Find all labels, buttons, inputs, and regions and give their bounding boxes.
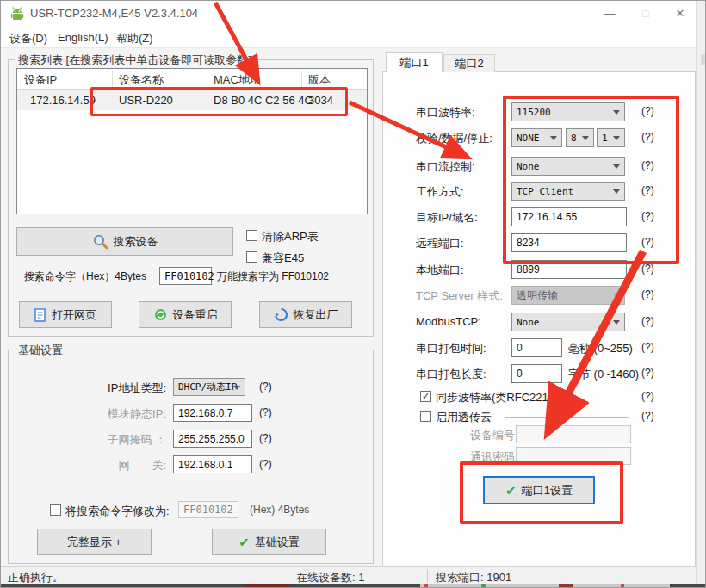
column-divider (112, 71, 113, 87)
parity-select[interactable]: NONE (511, 128, 562, 147)
help-icon[interactable]: (?) (641, 288, 654, 300)
help-icon[interactable]: (?) (641, 184, 654, 196)
tab-port1[interactable]: 端口1 (386, 52, 443, 72)
device-id-input[interactable] (516, 425, 631, 443)
port1-apply-button[interactable]: ✔ 端口1设置 (483, 476, 595, 504)
clear-arp-label: 清除ARP表 (262, 229, 319, 244)
menu-english[interactable]: English(L) (54, 29, 112, 46)
full-display-button[interactable]: 完整显示 + (37, 529, 152, 555)
help-icon[interactable]: (?) (641, 390, 654, 402)
col-mac[interactable]: MAC地址 (214, 72, 261, 88)
help-icon[interactable]: (?) (641, 410, 654, 422)
cloud-checkbox[interactable] (420, 411, 431, 422)
chevron-down-icon (613, 136, 620, 140)
port1-apply-label: 端口1设置 (522, 483, 573, 498)
work-mode-select[interactable]: TCP Client (511, 182, 625, 201)
background-window-fragment (701, 54, 706, 65)
compat-e45-checkbox[interactable] (246, 251, 257, 263)
factory-reset-label: 恢复出厂 (294, 307, 338, 323)
check-icon: ✔ (238, 535, 250, 550)
chevron-down-icon (613, 189, 620, 194)
baud-rate-select[interactable]: 115200 (511, 102, 625, 121)
modify-cmd-input[interactable]: FF010102 (178, 501, 238, 518)
clear-arp-checkbox[interactable] (246, 230, 257, 241)
help-icon[interactable]: (?) (641, 159, 654, 171)
background-fragment (621, 584, 624, 588)
help-icon[interactable]: (?) (641, 236, 654, 248)
background-fragment (245, 584, 289, 588)
tcp-server-style-value: 透明传输 (517, 288, 558, 303)
pack-time-label: 串口打包时间: (416, 341, 486, 356)
background-fragment (424, 584, 428, 588)
modify-cmd-label: 将搜索命令字修改为: (65, 504, 170, 519)
search-cmd-input[interactable]: FF010102 (159, 267, 212, 285)
static-ip-label: 模块静态IP: (53, 406, 166, 422)
menu-bar: 设备(D) English(L) 帮助(Z) (1, 27, 696, 48)
app-window: USR-TCP232-M4,E45 V2.3.4.104 — □ ✕ 设备(D)… (0, 0, 706, 588)
help-icon[interactable]: (?) (259, 458, 272, 470)
local-port-input[interactable]: 8899 (511, 260, 627, 279)
modbus-tcp-select[interactable]: None (511, 313, 625, 331)
help-icon[interactable]: (?) (641, 263, 654, 275)
data-bits-value: 8 (571, 133, 577, 144)
ip-type-select[interactable]: DHCP/动态IP (173, 378, 245, 396)
static-ip-input[interactable]: 192.168.0.7 (173, 404, 252, 422)
universal-search-label: 万能搜索字为 FF010102 (217, 269, 329, 284)
pack-time-input[interactable]: 0 (511, 338, 562, 357)
help-icon[interactable]: (?) (641, 341, 654, 353)
menu-device[interactable]: 设备(D) (6, 29, 51, 48)
modify-cmd-checkbox[interactable] (50, 504, 61, 516)
help-icon[interactable]: (?) (259, 406, 272, 418)
checkmark-icon: ✓ (422, 391, 430, 401)
stop-bits-select[interactable]: 1 (597, 128, 625, 147)
background-window-edge (696, 1, 706, 584)
pack-length-unit: 字节 (0~1460) (568, 367, 639, 382)
pack-time-unit: 毫秒 (0~255) (568, 341, 633, 356)
ip-type-label: IP地址类型: (53, 381, 166, 396)
pack-length-input[interactable]: 0 (511, 364, 562, 383)
search-device-button[interactable]: 搜索设备 (16, 227, 233, 256)
title-bar: USR-TCP232-M4,E45 V2.3.4.104 — □ ✕ (1, 1, 696, 27)
col-device-name[interactable]: 设备名称 (119, 72, 164, 88)
help-icon[interactable]: (?) (641, 367, 654, 379)
subnet-mask-input[interactable]: 255.255.255.0 (173, 430, 252, 448)
status-divider (427, 569, 428, 583)
flow-control-value: None (517, 161, 540, 172)
chevron-down-icon (613, 294, 620, 298)
device-table-header: 设备IP 设备名称 MAC地址 版本 (17, 69, 367, 90)
menu-help[interactable]: 帮助(Z) (113, 29, 157, 48)
basic-settings-title: 基础设置 (15, 343, 66, 358)
open-webpage-button[interactable]: 打开网页 (19, 301, 112, 328)
comm-password-input[interactable] (516, 447, 631, 465)
target-ip-input[interactable]: 172.16.14.55 (511, 207, 627, 226)
help-icon[interactable]: (?) (259, 381, 272, 393)
table-row[interactable]: 172.16.14.59 USR-D220 D8 B0 4C C2 56 4C … (17, 90, 367, 110)
col-version[interactable]: 版本 (308, 72, 331, 88)
sync-baud-checkbox[interactable]: ✓ (420, 391, 431, 402)
minimize-button[interactable]: — (595, 1, 624, 27)
background-fragment (420, 584, 670, 588)
col-device-ip[interactable]: 设备IP (24, 72, 57, 88)
restart-device-button[interactable]: 设备重启 (139, 301, 232, 328)
data-bits-select[interactable]: 8 (566, 128, 594, 147)
flow-control-select[interactable]: None (511, 157, 625, 176)
help-icon[interactable]: (?) (641, 315, 654, 327)
chevron-down-icon (613, 110, 620, 115)
check-icon: ✔ (505, 483, 517, 498)
help-icon[interactable]: (?) (641, 105, 654, 117)
tab-port2[interactable]: 端口2 (443, 54, 495, 72)
close-button[interactable]: ✕ (666, 1, 695, 27)
tcp-server-style-select: 透明传输 (511, 286, 625, 305)
basic-settings-apply-label: 基础设置 (255, 535, 300, 550)
remote-port-input[interactable]: 8234 (511, 233, 627, 252)
device-table: 设备IP 设备名称 MAC地址 版本 172.16.14.59 USR-D220… (16, 68, 368, 214)
help-icon[interactable]: (?) (641, 131, 654, 143)
basic-settings-apply-button[interactable]: ✔ 基础设置 (212, 529, 326, 555)
help-icon[interactable]: (?) (641, 210, 654, 222)
factory-reset-button[interactable]: 恢复出厂 (259, 301, 352, 328)
chevron-down-icon (613, 164, 620, 169)
gateway-input[interactable]: 192.168.0.1 (173, 455, 252, 473)
chevron-down-icon (613, 320, 620, 325)
maximize-button[interactable]: □ (631, 1, 660, 27)
help-icon[interactable]: (?) (259, 432, 272, 444)
